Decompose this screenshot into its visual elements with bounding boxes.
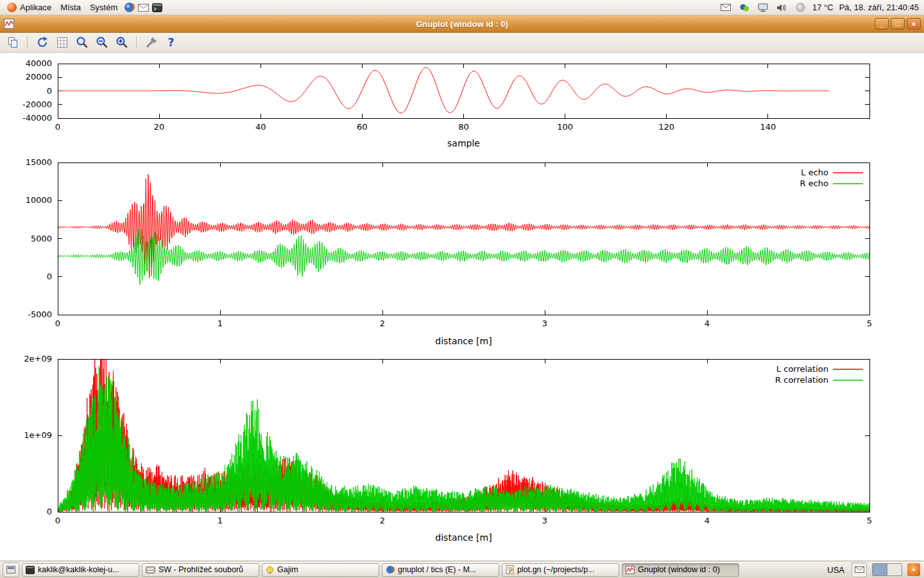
ubuntu-logo-icon [7,3,17,12]
svg-text:0: 0 [47,272,52,281]
task-button-text-editor[interactable]: plot.gn (~/projects/p... [502,563,619,577]
svg-text:L correlation: L correlation [776,364,828,374]
zoom-region-button[interactable] [73,35,90,51]
svg-text:4: 4 [705,319,710,328]
svg-text:-40000: -40000 [22,113,52,123]
menu-applications[interactable]: Aplikace [3,0,56,15]
svg-text:L echo: L echo [801,168,828,177]
zoom-out-button[interactable] [93,35,110,51]
copy-to-clipboard-button[interactable] [4,35,21,51]
task-button-label: kaklik@kaklik-kolej-u... [38,565,119,574]
weather-icon [796,3,805,12]
firefox-launcher-icon[interactable] [122,0,136,15]
zoom-out-icon [96,36,108,49]
plot-area[interactable]: 020406080100120140-40000-200000200004000… [0,53,924,562]
terminal-icon [152,3,162,12]
svg-text:5: 5 [867,516,872,525]
update-notifier-icon[interactable]: • [907,563,920,576]
svg-text:3: 3 [542,319,547,328]
keyboard-layout-indicator[interactable]: USA [825,565,846,575]
temperature-label[interactable]: 17 °C [812,3,834,12]
toggle-grid-button[interactable] [53,35,71,51]
monitor-icon [758,3,768,12]
gnuplot-icon [626,566,635,574]
svg-text:-5000: -5000 [28,310,52,319]
task-button-firefox[interactable]: gnuplot / tics (E) - M... [382,563,499,577]
zoom-in-icon [116,36,128,49]
wrench-icon [145,36,158,49]
toolbar-separator [136,37,137,48]
svg-text:R echo: R echo [800,179,828,188]
show-desktop-button[interactable] [3,563,19,577]
firefox-icon [386,565,395,574]
mail-notification-icon[interactable] [719,1,732,14]
svg-text:5: 5 [867,319,872,328]
svg-text:10000: 10000 [26,195,52,205]
svg-text:80: 80 [458,122,469,132]
email-launcher-icon[interactable] [136,0,150,15]
titlebar[interactable]: Gnuplot (window id : 0) _ □ × [0,15,924,33]
users-applet-icon[interactable] [738,1,751,14]
svg-text:R correlation: R correlation [775,375,828,385]
window-title: Gnuplot (window id : 0) [416,19,508,29]
mail-icon [138,4,149,12]
replot-button[interactable] [33,35,51,51]
toolbar-separator [27,37,28,48]
refresh-icon [36,36,49,49]
svg-text:5000: 5000 [31,234,52,243]
help-icon: ? [168,36,175,49]
configure-button[interactable] [142,35,160,51]
gnome-top-panel: Aplikace Místa Systém [0,0,924,15]
menu-places-label: Místa [60,3,81,12]
workspace-1[interactable] [873,564,887,575]
menu-places[interactable]: Místa [56,0,85,15]
mail-tray-button[interactable] [851,563,867,577]
svg-text:-20000: -20000 [22,100,52,109]
maximize-button[interactable]: □ [891,18,905,30]
panel-notification-area: 17 °C Pá, 18. září, 21:40:45 [719,1,921,14]
menu-applications-label: Aplikace [20,3,51,12]
task-button-gnuplot[interactable]: Gnuplot (window id : 0) [622,563,739,577]
zoom-in-button[interactable] [113,35,130,51]
file-manager-icon [146,566,155,574]
window-controls: _ □ × [875,18,924,30]
volume-applet-icon[interactable] [775,1,788,14]
task-button-terminal[interactable]: kaklik@kaklik-kolej-u... [22,563,139,577]
clock-label[interactable]: Pá, 18. září, 21:40:45 [839,3,919,12]
task-button-label: plot.gn (~/projects/p... [517,565,595,574]
weather-applet-icon[interactable] [794,1,807,14]
gnuplot-window-icon [4,19,14,29]
close-button[interactable]: × [907,18,921,30]
svg-text:1e+09: 1e+09 [24,430,52,440]
help-button[interactable]: ? [162,35,180,51]
svg-text:2: 2 [380,516,385,525]
gajim-icon [266,566,274,574]
svg-text:40000: 40000 [26,58,52,68]
gnuplot-canvas[interactable]: 020406080100120140-40000-200000200004000… [0,53,924,562]
task-button-label: gnuplot / tics (E) - M... [398,565,476,574]
svg-text:2: 2 [380,319,385,328]
svg-text:120: 120 [658,122,674,132]
zoom-icon [76,36,89,49]
workspace-2[interactable] [887,564,902,575]
workspace-switcher[interactable] [872,563,902,576]
task-button-file-manager[interactable]: SW - Prohlížeč souborů [142,563,259,577]
show-desktop-icon [6,566,15,574]
envelope-icon [721,4,731,11]
task-button-label: Gajim [277,565,298,574]
terminal-launcher-icon[interactable] [150,0,164,15]
gnuplot-toolbar: ? [0,33,924,53]
svg-text:3: 3 [542,516,547,525]
svg-text:140: 140 [760,122,776,132]
svg-text:0: 0 [55,516,60,525]
svg-text:1: 1 [218,319,223,328]
task-button-label: Gnuplot (window id : 0) [638,565,720,574]
menu-system[interactable]: Systém [85,0,122,15]
task-button-gajim[interactable]: Gajim [262,563,379,577]
terminal-icon [26,566,35,574]
display-applet-icon[interactable] [757,1,769,14]
minimize-button[interactable]: _ [875,18,889,30]
envelope-icon [855,566,864,573]
svg-text:2e+09: 2e+09 [24,354,52,363]
svg-text:60: 60 [357,122,368,132]
